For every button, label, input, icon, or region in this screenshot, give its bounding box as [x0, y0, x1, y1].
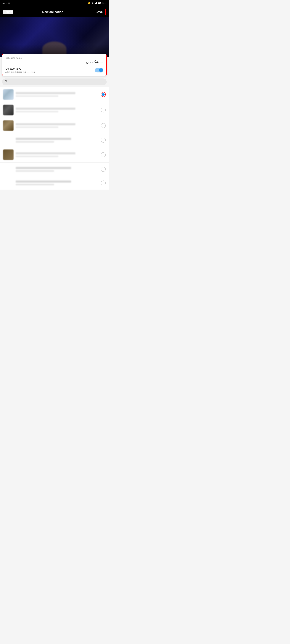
key-icon: 🔑 [88, 2, 90, 4]
search-input[interactable] [9, 80, 104, 83]
search-container [0, 76, 109, 87]
list-container [0, 87, 109, 190]
item-title-blur [16, 152, 75, 154]
list-item[interactable] [0, 176, 109, 190]
collaborative-row: Collaborative Allow friends to join this… [6, 67, 103, 73]
item-subtitle-blur [16, 126, 58, 128]
item-subtitle-blur [16, 156, 58, 157]
hero-image [0, 17, 109, 56]
status-bar-left: 5:47 ⌨ [3, 2, 10, 5]
radio-button[interactable] [101, 138, 106, 142]
radio-button[interactable] [101, 152, 106, 157]
status-time: 5:47 [3, 2, 7, 5]
battery-percent: 79% [102, 2, 106, 4]
signal-icon [95, 2, 97, 5]
radio-button[interactable] [101, 167, 106, 172]
item-subtitle-blur [16, 111, 58, 112]
svg-rect-4 [98, 2, 100, 4]
status-bar-right: 🔑 79% [88, 2, 106, 5]
item-title-blur [16, 138, 71, 140]
list-item[interactable] [0, 162, 109, 176]
radio-button-selected[interactable] [101, 92, 106, 97]
collection-name-label: Collection name [6, 56, 103, 59]
radio-button[interactable] [101, 108, 106, 112]
collection-form-card: Collection name نمایشگاه چین Collaborati… [2, 54, 107, 76]
list-item[interactable] [0, 118, 109, 134]
collaborative-toggle[interactable] [95, 68, 103, 72]
toggle-slider [95, 68, 103, 72]
radio-button[interactable] [101, 180, 106, 185]
collaborative-description: Allow friends to join this collection [6, 71, 35, 73]
item-title-blur [16, 108, 75, 110]
wifi-icon [91, 2, 94, 5]
list-item[interactable] [0, 87, 109, 102]
svg-line-6 [7, 82, 7, 83]
item-title-blur [16, 92, 75, 94]
item-subtitle-blur [16, 184, 54, 185]
item-text [16, 180, 101, 185]
search-icon [5, 80, 8, 84]
item-text [16, 167, 101, 172]
item-thumbnail [3, 120, 14, 131]
item-text [16, 138, 101, 142]
item-subtitle-blur [16, 141, 54, 142]
item-thumbnail [3, 89, 14, 100]
collaborative-label: Collaborative [6, 67, 35, 70]
item-subtitle-blur [16, 96, 58, 97]
list-item[interactable] [0, 134, 109, 147]
item-title-blur [16, 167, 71, 169]
item-text [16, 92, 101, 97]
cancel-button[interactable]: Cancel [3, 10, 13, 14]
item-title-blur [16, 180, 71, 182]
search-bar [2, 78, 107, 85]
save-button[interactable]: Save [93, 9, 106, 15]
collection-name-value[interactable]: نمایشگاه چین [6, 60, 103, 64]
battery-icon [98, 2, 101, 5]
list-item[interactable] [0, 102, 109, 118]
keyboard-icon: ⌨ [8, 2, 10, 4]
svg-marker-1 [95, 2, 97, 4]
svg-rect-3 [101, 3, 101, 4]
radio-button[interactable] [101, 123, 106, 128]
item-text [16, 108, 101, 112]
svg-point-0 [92, 4, 92, 4]
collaborative-text: Collaborative Allow friends to join this… [6, 67, 35, 73]
item-thumbnail [3, 150, 14, 160]
item-text [16, 123, 101, 128]
top-navigation: Cancel New collection Save [0, 7, 109, 17]
item-thumbnail [3, 105, 14, 115]
item-text [16, 152, 101, 157]
item-title-blur [16, 123, 75, 125]
status-bar: 5:47 ⌨ 🔑 79% [0, 0, 109, 7]
item-subtitle-blur [16, 170, 54, 172]
list-item[interactable] [0, 147, 109, 162]
page-title: New collection [42, 10, 64, 14]
